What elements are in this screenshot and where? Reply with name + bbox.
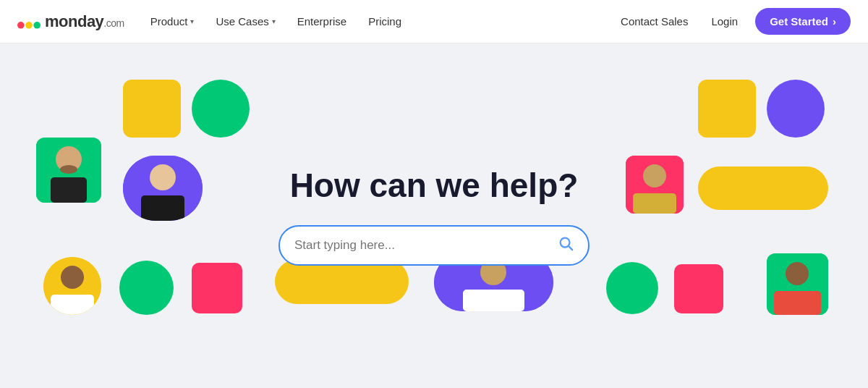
green-circle-bottom (119, 261, 174, 315)
logo[interactable]: monday.com (17, 12, 124, 31)
nav-right: Contact Sales Login Get Started › (615, 8, 851, 35)
svg-point-0 (17, 22, 25, 29)
svg-point-14 (61, 266, 84, 289)
pink-square-mid-right (626, 156, 684, 214)
contact-sales-link[interactable]: Contact Sales (615, 9, 694, 33)
nav-links: Product ▾ Use Cases ▾ Enterprise Pricing (142, 9, 615, 33)
chevron-down-icon: ▾ (272, 17, 276, 25)
nav-item-pricing[interactable]: Pricing (359, 9, 410, 33)
get-started-button[interactable]: Get Started › (755, 8, 851, 35)
monday-logo-icon (17, 14, 41, 29)
svg-point-2 (33, 22, 41, 29)
yellow-square-top-right (698, 80, 756, 138)
svg-rect-5 (51, 177, 87, 203)
svg-point-11 (643, 164, 666, 187)
search-icon (558, 235, 574, 256)
svg-point-20 (786, 262, 809, 285)
svg-rect-9 (141, 195, 184, 221)
arrow-icon: › (833, 15, 836, 28)
green-square-mid-left (36, 138, 101, 203)
yellow-pill-right (698, 166, 828, 210)
svg-rect-21 (774, 291, 821, 315)
pink-square-bottom-right (674, 264, 723, 313)
svg-point-8 (150, 164, 176, 190)
person3-avatar (626, 156, 684, 214)
svg-rect-15 (51, 295, 94, 315)
logo-text: monday.com (45, 12, 124, 31)
yellow-square-top-left (123, 80, 181, 138)
yellow-pill-bottom-center (275, 259, 409, 304)
green-square-far-right (767, 253, 828, 315)
pink-square-bottom (192, 263, 242, 313)
person2-avatar (123, 156, 203, 221)
yellow-circle-bottom (43, 257, 101, 315)
svg-point-6 (60, 165, 77, 174)
svg-rect-12 (633, 193, 676, 214)
navbar: monday.com Product ▾ Use Cases ▾ Enterpr… (0, 0, 868, 43)
person6-avatar (767, 253, 828, 315)
person1-avatar (36, 138, 101, 203)
purple-circle-top-right (767, 80, 825, 138)
svg-point-1 (25, 22, 33, 29)
svg-line-23 (569, 246, 572, 250)
hero-section: How can we help? (0, 43, 868, 388)
nav-item-use-cases[interactable]: Use Cases ▾ (207, 9, 284, 33)
svg-rect-18 (463, 290, 524, 311)
hero-title: How can we help? (290, 166, 579, 205)
person4-avatar (43, 257, 101, 315)
purple-rounded-mid (123, 156, 203, 221)
nav-item-enterprise[interactable]: Enterprise (289, 9, 355, 33)
green-circle-bottom-right (606, 262, 658, 314)
nav-item-product[interactable]: Product ▾ (142, 9, 203, 33)
search-bar (278, 225, 590, 266)
chevron-down-icon: ▾ (190, 17, 194, 25)
green-circle-top-left (192, 80, 250, 138)
search-input[interactable] (294, 238, 558, 253)
login-link[interactable]: Login (705, 9, 744, 33)
